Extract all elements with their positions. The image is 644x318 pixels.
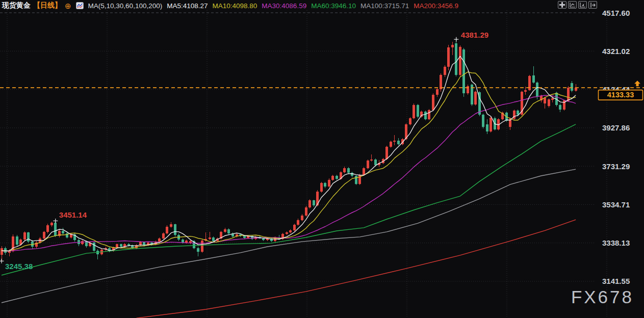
move-tool-icon[interactable] bbox=[558, 1, 566, 9]
axis-tick-label: 3141.55 bbox=[602, 277, 630, 285]
candle bbox=[409, 118, 411, 124]
candle bbox=[170, 224, 172, 227]
axis-tick-label: 3927.86 bbox=[602, 123, 630, 132]
axis-tick-label: 3731.29 bbox=[602, 162, 630, 171]
ma-params-label: MA(5,10,30,60,100,200) bbox=[88, 2, 163, 10]
candle bbox=[50, 223, 53, 225]
candle bbox=[93, 243, 95, 251]
candle bbox=[397, 141, 400, 144]
candlestick-chart[interactable]: 3451.144381.293245.384517.604321.024124.… bbox=[0, 0, 644, 318]
candle bbox=[301, 216, 303, 220]
candle bbox=[571, 83, 573, 91]
candle bbox=[139, 242, 142, 245]
candle bbox=[524, 90, 527, 92]
candle bbox=[447, 47, 450, 67]
ma10-legend: MA10:4098.80 bbox=[213, 2, 257, 10]
candle bbox=[455, 43, 457, 75]
current-price-value: 4133.33 bbox=[607, 91, 634, 99]
candle bbox=[46, 225, 49, 232]
candle bbox=[343, 168, 346, 172]
high-price-label: 4381.29 bbox=[461, 31, 488, 39]
candle bbox=[385, 147, 388, 158]
pan-to-latest-icon[interactable] bbox=[588, 1, 597, 9]
candle bbox=[417, 105, 419, 117]
candle bbox=[324, 183, 326, 187]
candle bbox=[185, 241, 188, 242]
current-price-line bbox=[0, 81, 644, 88]
candle bbox=[4, 248, 7, 253]
candle bbox=[43, 232, 45, 238]
chart-header: 现货黄金 【日线】 ⊕ MA(5,10,30,60,100,200) MA5:4… bbox=[2, 1, 458, 10]
chart-toolbar bbox=[558, 1, 597, 9]
ma30-legend: MA30:4086.59 bbox=[262, 2, 306, 10]
candle bbox=[544, 98, 546, 103]
candle bbox=[459, 47, 461, 75]
candle bbox=[1, 248, 3, 255]
candle bbox=[305, 207, 307, 216]
candle bbox=[370, 160, 373, 161]
ma5-legend: MA5:4108.27 bbox=[167, 2, 208, 10]
ma60-legend: MA60:3946.10 bbox=[311, 2, 356, 10]
symbol-name: 现货黄金 bbox=[2, 1, 31, 10]
candle bbox=[367, 161, 369, 168]
candle bbox=[347, 168, 350, 173]
candle bbox=[308, 200, 311, 207]
candle bbox=[551, 98, 554, 100]
candle bbox=[289, 230, 292, 233]
candle bbox=[224, 229, 226, 232]
candle bbox=[16, 236, 18, 245]
candle bbox=[567, 88, 570, 101]
candle bbox=[262, 238, 265, 240]
candle bbox=[390, 142, 392, 147]
add-indicator-icon[interactable]: ⊕ bbox=[65, 2, 71, 10]
candle bbox=[490, 118, 492, 131]
axis-tick-label: 4517.60 bbox=[602, 9, 630, 17]
candle bbox=[436, 89, 439, 94]
candle bbox=[197, 248, 199, 252]
price-arrow-up-icon bbox=[634, 81, 640, 86]
price-axis[interactable]: 4517.604321.024124.443927.863731.293534.… bbox=[602, 9, 630, 286]
candle bbox=[462, 49, 465, 93]
ma-lines bbox=[2, 56, 576, 318]
candle bbox=[286, 232, 288, 233]
candle bbox=[209, 237, 211, 239]
chart-type-icon[interactable] bbox=[76, 2, 84, 9]
axis-scale-left-icon[interactable] bbox=[568, 1, 577, 9]
axis-scale-right-icon[interactable] bbox=[578, 1, 587, 9]
ma100-legend: MA100:3715.71 bbox=[360, 2, 409, 10]
watermark: FX678 bbox=[571, 287, 634, 307]
candle bbox=[486, 124, 488, 131]
candle bbox=[23, 232, 26, 239]
low-price-label: 3245.38 bbox=[5, 262, 33, 271]
candle bbox=[559, 105, 561, 110]
axis-tick-label: 4321.02 bbox=[602, 47, 630, 56]
candle bbox=[328, 180, 330, 187]
candle bbox=[440, 75, 442, 90]
ma200-line bbox=[137, 220, 576, 318]
candle bbox=[201, 241, 203, 252]
candle bbox=[166, 227, 168, 233]
candle bbox=[451, 45, 454, 47]
candle bbox=[393, 141, 396, 142]
candle bbox=[297, 220, 299, 225]
candle bbox=[363, 168, 365, 175]
candle bbox=[316, 192, 319, 205]
candle bbox=[532, 75, 535, 83]
candle bbox=[174, 224, 176, 235]
ma60-line bbox=[2, 124, 576, 275]
candle bbox=[293, 225, 296, 230]
axis-tick-label: 3534.71 bbox=[602, 200, 630, 209]
candle bbox=[467, 86, 469, 93]
candle bbox=[548, 99, 550, 106]
candle bbox=[320, 183, 323, 192]
candle bbox=[212, 237, 215, 241]
candle bbox=[127, 244, 130, 246]
candle bbox=[27, 232, 30, 242]
candle bbox=[120, 244, 122, 247]
chart-window: 3451.144381.293245.384517.604321.024124.… bbox=[0, 0, 644, 318]
candle bbox=[428, 110, 430, 119]
candle bbox=[424, 112, 427, 119]
timeframe-label[interactable]: 【日线】 bbox=[33, 1, 62, 10]
candle bbox=[182, 240, 184, 243]
current-price-badge: 4133.33 bbox=[599, 90, 643, 100]
